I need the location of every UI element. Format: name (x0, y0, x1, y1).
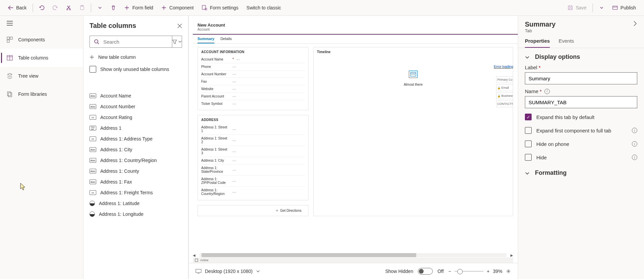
filter-button[interactable] (172, 36, 182, 47)
table-column-item[interactable]: AbcAccount Number (83, 101, 188, 112)
add-component-button[interactable]: Component (158, 3, 197, 12)
info-icon[interactable]: i (632, 141, 637, 147)
text-type-icon: Abc (90, 147, 96, 152)
form-field[interactable]: Address 1: ZIP/Postal Code--- (201, 175, 305, 187)
form-field[interactable]: Account Number--- (201, 71, 305, 78)
form-field[interactable]: Address 1: State/Province--- (201, 164, 305, 175)
rail-item-components[interactable]: Components (0, 31, 83, 49)
form-field[interactable]: Ticker Symbol--- (201, 100, 305, 107)
composite-type-icon: Abcdef (90, 126, 96, 130)
svg-rect-7 (7, 37, 9, 39)
scroll-left-icon[interactable]: ◀ (193, 253, 195, 257)
props-tab[interactable]: Events (559, 38, 574, 48)
table-column-item[interactable]: AbcAccount Name (83, 90, 188, 101)
display-options-accordion[interactable]: Display options (518, 48, 644, 63)
fit-icon[interactable] (506, 269, 511, 274)
error-loading-link[interactable]: Error loading (494, 65, 513, 69)
table-column-item[interactable]: Address 1: Latitude (83, 198, 188, 209)
form-field[interactable]: Account Name*--- (201, 56, 305, 63)
undo-button[interactable] (36, 3, 48, 12)
form-field[interactable]: Address 1: Street 3--- (201, 146, 305, 157)
table-column-item[interactable]: AbcAddress 1: County (83, 166, 188, 176)
form-field[interactable]: Address 1: City--- (201, 157, 305, 164)
save-button[interactable]: Save (564, 3, 590, 12)
publish-button[interactable]: Publish (609, 3, 639, 12)
form-field[interactable]: Phone--- (201, 63, 305, 71)
save-chevron[interactable] (596, 3, 608, 12)
chevron-down-icon (525, 171, 530, 175)
switch-classic-button[interactable]: Switch to classic (243, 3, 285, 12)
canvas-hscroll[interactable]: ◀ ▶ (193, 253, 513, 257)
show-hidden-label: Show Hidden (385, 269, 413, 274)
timeline-section[interactable]: Timeline Almost there (313, 47, 513, 216)
props-tab[interactable]: Properties (525, 38, 550, 48)
form-tab[interactable]: Summary (198, 37, 214, 43)
form-field[interactable]: Parent Account--- (201, 93, 305, 100)
expand-first-checkbox[interactable] (525, 127, 532, 134)
table-column-item[interactable]: AbcAddress 1: Fax (83, 176, 188, 187)
paste-button[interactable] (76, 3, 88, 12)
info-icon[interactable]: i (544, 89, 550, 94)
unused-checkbox[interactable] (90, 66, 96, 73)
device-selector[interactable]: Desktop (1920 x 1080) (195, 269, 260, 274)
chevron-down-icon (256, 269, 260, 273)
rail-item-label: Table columns (18, 55, 48, 61)
form-field[interactable]: Website--- (201, 85, 305, 93)
table-column-item[interactable]: AbcdefAddress 1 (83, 123, 188, 133)
zoom-out-button[interactable]: − (449, 269, 451, 274)
account-info-section[interactable]: ACCOUNT INFORMATION Account Name*---Phon… (198, 47, 309, 110)
text-type-icon: Abc (90, 158, 96, 163)
formatting-accordion[interactable]: Formatting (518, 164, 644, 178)
hide-checkbox[interactable] (525, 154, 532, 161)
paste-chevron[interactable] (94, 3, 106, 12)
new-table-column-button[interactable]: New table column (83, 52, 188, 63)
chevron-down-icon (97, 5, 103, 10)
header-strip-item[interactable]: Primary Co (496, 76, 513, 83)
rail-item-table-columns[interactable]: Table columns (0, 49, 83, 67)
close-panel-button[interactable] (177, 24, 182, 28)
table-column-item[interactable]: AbcAddress 1: Country/Region (83, 155, 188, 166)
table-column-item[interactable]: Address 1: Longitude (83, 209, 188, 220)
expand-pane-button[interactable] (633, 21, 637, 27)
rail-item-tree-view[interactable]: Tree view (0, 67, 83, 85)
header-strip-item[interactable]: Business (496, 92, 513, 99)
status-active: Active (200, 258, 209, 262)
zoom-slider[interactable] (455, 271, 484, 272)
add-form-field-button[interactable]: Form field (121, 3, 156, 12)
get-directions-row[interactable]: ✧ Get Directions (198, 205, 309, 216)
toggle-state: Off (437, 269, 443, 274)
form-tab[interactable]: Details (220, 37, 232, 43)
info-icon[interactable]: i (632, 155, 637, 160)
back-button[interactable]: Back (5, 3, 30, 12)
form-settings-button[interactable]: Form settings (199, 3, 242, 12)
redo-button[interactable] (49, 3, 61, 12)
hamburger-button[interactable] (0, 16, 83, 31)
table-column-item[interactable]: AbcAddress 1: City (83, 144, 188, 155)
table-column-item[interactable]: ▭Address 1: Freight Terms (83, 187, 188, 198)
zoom-in-button[interactable]: + (487, 269, 490, 274)
table-column-item[interactable]: ▭Account Rating (83, 112, 188, 123)
expand-default-checkbox[interactable]: ✓ (525, 114, 532, 120)
column-label: Address 1: Latitude (99, 201, 140, 206)
table-columns-list[interactable]: AbcAccount NameAbcAccount Number▭Account… (83, 90, 188, 279)
label-input[interactable] (525, 72, 637, 84)
rail-item-form-libraries[interactable]: Form libraries (0, 85, 83, 103)
filter-icon (172, 39, 177, 44)
form-field[interactable]: Address 1: Street 1--- (201, 124, 305, 135)
search-input[interactable] (103, 39, 168, 45)
show-hidden-toggle[interactable] (418, 268, 433, 275)
device-label: Desktop (1920 x 1080) (205, 269, 253, 274)
info-icon[interactable]: i (632, 128, 637, 133)
address-section[interactable]: ADDRESS Address 1: Street 1---Address 1:… (198, 115, 309, 200)
delete-button[interactable] (107, 3, 119, 12)
name-input[interactable] (525, 96, 637, 108)
header-strip-item[interactable]: CONTACTS (496, 101, 513, 107)
cut-button[interactable] (63, 3, 75, 12)
scroll-right-icon[interactable]: ▶ (510, 253, 513, 257)
table-column-item[interactable]: ▭Address 1: Address Type (83, 133, 188, 144)
header-strip-item[interactable]: Email (496, 84, 513, 91)
form-field[interactable]: Address 1: Country/Region--- (201, 187, 305, 197)
form-field[interactable]: Address 1: Street 2--- (201, 135, 305, 146)
hide-phone-checkbox[interactable] (525, 141, 532, 147)
form-field[interactable]: Fax--- (201, 78, 305, 85)
